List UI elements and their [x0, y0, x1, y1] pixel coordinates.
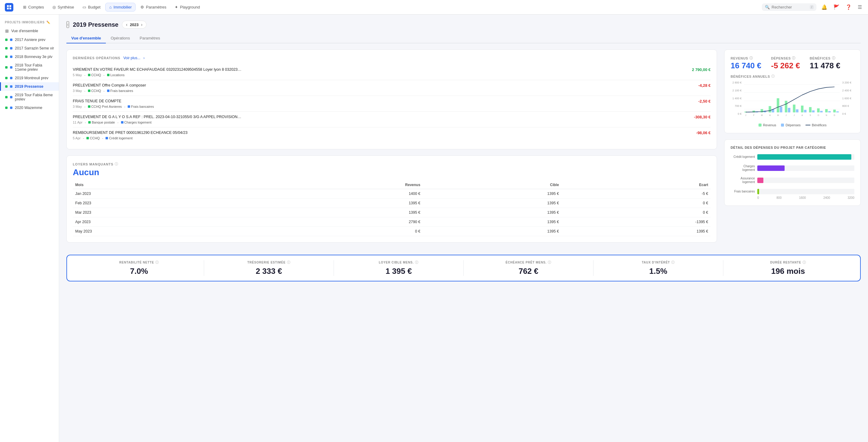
item-color-dot2 — [10, 96, 12, 98]
bottom-stat-label-echeance: ÉCHÉANCE PRÊT MENS. ⓘ — [467, 260, 590, 265]
op-account-tag-0: CCHQ — [88, 73, 101, 77]
menu-button[interactable]: ☰ — [857, 3, 863, 11]
item-color-dot2 — [10, 85, 12, 88]
year-next-button[interactable]: › — [141, 22, 143, 27]
op-row-2[interactable]: FRAIS TENUE DE COMPTE -2,50 € 3 May - CC… — [73, 96, 711, 112]
year-display: 2023 — [130, 23, 138, 27]
sidebar-item-2018-bonnevay[interactable]: 2018 Bonnevay 3e plv — [0, 53, 59, 61]
sidebar-item-label: 2017 Sarrazin 5eme vir — [15, 46, 54, 50]
bottom-stat-value-tresorerie: 2 333 € — [208, 267, 330, 276]
hbar-label-0: Crédit logement — [731, 155, 755, 159]
search-input[interactable] — [772, 5, 808, 9]
sidebar-item-2019-tour-fabia-8[interactable]: 2019 Tour Fabia 8eme prelev — [0, 91, 59, 104]
hbar-track-2 — [757, 178, 854, 183]
loyers-mois-4: May 2023 — [73, 227, 254, 236]
loyers-ecart-0: -5 € — [561, 189, 711, 199]
op-row-1[interactable]: PRELEVEMENT Offre Compte À composer -4,2… — [73, 80, 711, 96]
op-row-3[interactable]: PRELEVEMENT DE G A L Y O S.A REF : PREL.… — [73, 112, 711, 127]
svg-rect-13 — [777, 98, 779, 113]
bottom-stat-rentabilite: RENTABILITÉ NETTE ⓘ 7.0% — [74, 260, 204, 276]
sidebar-item-label: 2018 Bonnevay 3e plv — [15, 55, 53, 59]
bottom-stat-label-rentabilite: RENTABILITÉ NETTE ⓘ — [78, 260, 200, 265]
svg-rect-19 — [825, 109, 828, 112]
bottom-stat-label-tresorerie: TRÉSORERIE ESTIMÉE ⓘ — [208, 260, 330, 265]
loyers-revenus-1: 1395 € — [254, 199, 423, 208]
loyers-cible-3: 1395 € — [423, 217, 561, 227]
op-desc-2: FRAIS TENUE DE COMPTE — [73, 99, 243, 103]
stats-card: REVENUS ⓘ 16 740 € DÉPENSES ⓘ -5 262 € — [724, 50, 861, 133]
nav-budget[interactable]: ▭ Budget — [79, 3, 104, 11]
svg-rect-30 — [820, 111, 823, 112]
loyers-row-2: Mar 2023 1395 € 1395 € 0 € — [73, 208, 711, 217]
loyers-ecart-1: 0 € — [561, 199, 711, 208]
op-amount-3: -308,30 € — [694, 115, 711, 119]
edit-icon[interactable]: ✏️ — [46, 21, 50, 24]
hbar-row-1: Charges logement — [731, 165, 854, 172]
sidebar-item-2017-asniere[interactable]: 2017 Asniere prev — [0, 35, 59, 44]
hbar-fill-3 — [757, 189, 759, 194]
nav-playground[interactable]: ✦ Playground — [171, 3, 204, 11]
nav-comptes[interactable]: ⊞ Comptes — [20, 3, 48, 11]
sidebar-item-label: 2020 Wazemme — [15, 106, 42, 110]
op-row-4[interactable]: REMBOURSEMENT DE PRET 00001961290 ECHEAN… — [73, 127, 711, 143]
nav-immobilier[interactable]: ⌂ Immobilier — [105, 3, 135, 11]
loyers-cible-2: 1395 € — [423, 208, 561, 217]
hbar-row-3: Frais bancaires — [731, 189, 854, 194]
back-button[interactable]: ‹ — [66, 21, 69, 28]
sidebar-item-2018-tour-fabia[interactable]: 2018 Tour Fabia 11eme prelev — [0, 61, 59, 74]
operations-header: DERNIÈRES OPÉRATIONS Voir plus... › — [73, 56, 711, 60]
item-color-dot — [5, 96, 8, 98]
op-row-0[interactable]: VIREMENT EN VOTRE FAVEUR MC ECHAFAUDAGE … — [73, 64, 711, 80]
nav-playground-label: Playground — [180, 5, 200, 9]
stat-revenus: REVENUS ⓘ 16 740 € — [731, 56, 761, 70]
svg-rect-3 — [9, 8, 11, 9]
chart-svg-wrapper: J F M A M J J A S O — [744, 81, 840, 121]
sidebar-item-2020-wazemme[interactable]: 2020 Wazemme — [0, 104, 59, 112]
search-bar[interactable]: 🔍 / — [762, 3, 816, 11]
help-button[interactable]: ❓ — [844, 3, 853, 11]
sidebar-item-2019-montreuil[interactable]: 2019 Montreuil prev — [0, 74, 59, 82]
svg-rect-15 — [793, 105, 795, 112]
vue-ensemble-icon: ⊞ — [5, 29, 9, 33]
op-date-3: 11 Apr — [73, 120, 83, 124]
tab-parametres[interactable]: Paramètres — [135, 33, 165, 43]
sidebar-item-label: 2019 Montreuil prev — [15, 76, 48, 80]
op-desc-1: PRELEVEMENT Offre Compte À composer — [73, 83, 243, 87]
cat-dot-0 — [107, 74, 110, 76]
nav-parametres[interactable]: ⚙ Paramètres — [137, 3, 170, 11]
loyers-mois-3: Apr 2023 — [73, 217, 254, 227]
item-color-dot — [5, 107, 8, 109]
voir-plus-link[interactable]: Voir plus... — [123, 56, 141, 60]
sidebar-item-2019-pressense[interactable]: 2019 Pressense — [0, 82, 59, 91]
hbar-row-2: Assurance logement — [731, 177, 854, 184]
nav-synthese[interactable]: ◎ Synthèse — [49, 3, 78, 11]
col-revenus: Revenus — [254, 181, 423, 189]
sidebar-item-label: 2019 Tour Fabia 8eme prelev — [15, 93, 55, 101]
loyers-revenus-4: 0 € — [254, 227, 423, 236]
loyers-row-1: Feb 2023 1395 € 1395 € 0 € — [73, 199, 711, 208]
tab-operations[interactable]: Opérations — [106, 33, 135, 43]
op-date-2: 3 May — [73, 105, 82, 108]
op-meta-1: 3 May - CCHQ - Frais bancaires — [73, 89, 711, 93]
revenus-legend-label: Revenus — [763, 123, 776, 127]
flag-button[interactable]: 🚩 — [832, 3, 841, 11]
bottom-stat-echeance: ÉCHÉANCE PRÊT MENS. ⓘ 762 € — [464, 260, 593, 276]
sidebar-item-2017-sarrazin[interactable]: 2017 Sarrazin 5eme vir — [0, 44, 59, 53]
svg-rect-14 — [785, 101, 787, 112]
stats-row: REVENUS ⓘ 16 740 € DÉPENSES ⓘ -5 262 € — [731, 56, 854, 70]
tab-vue-ensemble[interactable]: Vue d'ensemble — [66, 33, 106, 43]
svg-rect-0 — [7, 5, 9, 7]
notifications-button[interactable]: 🔔 — [820, 3, 829, 11]
category-chart-card: DÉTAIL DES DÉPENSES DU PROJET PAR CATÉGO… — [724, 139, 861, 206]
col-cible: Cible — [423, 181, 561, 189]
col-mois: Mois — [73, 181, 254, 189]
op-desc-0: VIREMENT EN VOTRE FAVEUR MC ECHAFAUDAGE … — [73, 67, 243, 71]
operations-card: DERNIÈRES OPÉRATIONS Voir plus... › VIRE… — [66, 50, 717, 149]
sidebar-item-vue-ensemble[interactable]: ⊞ Vue d'ensemble — [0, 26, 59, 35]
svg-rect-17 — [809, 107, 812, 112]
year-prev-button[interactable]: ‹ — [125, 22, 128, 27]
op-amount-4: -98,06 € — [696, 130, 711, 135]
logo[interactable] — [5, 3, 13, 11]
svg-text:N: N — [826, 114, 827, 116]
item-color-dot — [5, 38, 8, 41]
